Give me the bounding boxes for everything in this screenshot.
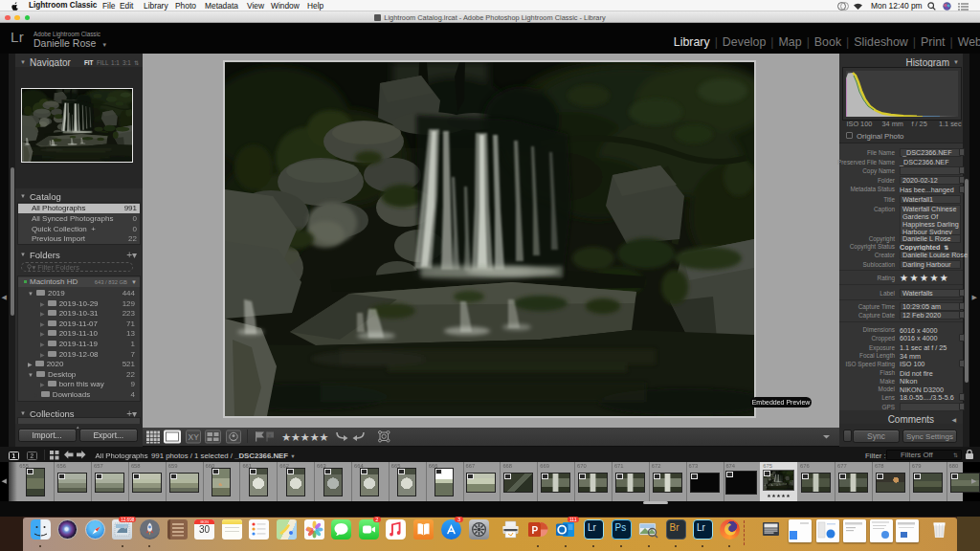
- svg-text:★★★★★: ★★★★★: [281, 431, 328, 443]
- svg-text:x: x: [269, 432, 272, 438]
- svg-text:P: P: [531, 525, 538, 536]
- svg-text:XY: XY: [189, 432, 200, 442]
